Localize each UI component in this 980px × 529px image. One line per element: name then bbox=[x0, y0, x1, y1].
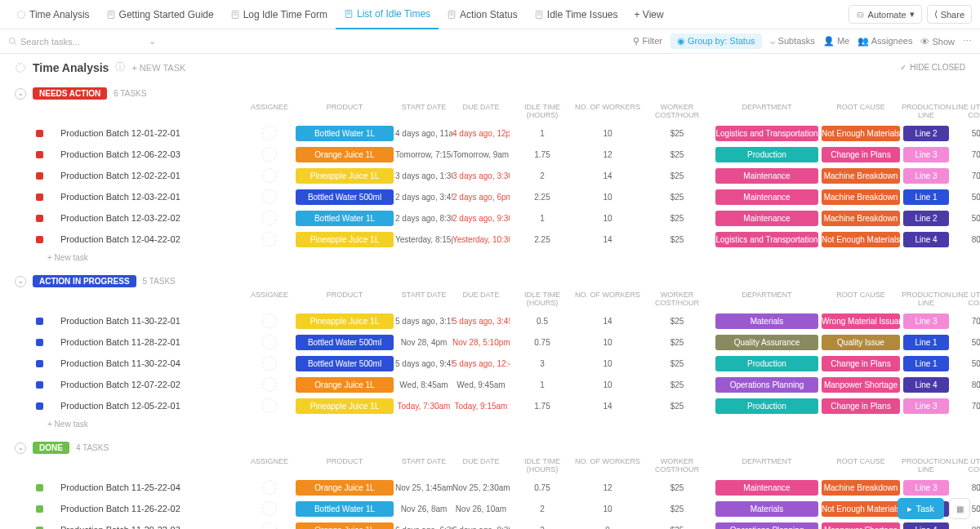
task-name[interactable]: Production Batch 11-25-22-04 bbox=[57, 482, 245, 492]
new-task-button[interactable]: + NEW TASK bbox=[131, 63, 185, 73]
department-pill[interactable]: Operations Planning bbox=[715, 522, 818, 530]
product-pill[interactable]: Pineapple Juice 1L bbox=[296, 168, 394, 184]
table-row[interactable]: Production Batch 12-04-22-02 Pineapple J… bbox=[0, 229, 980, 250]
table-row[interactable]: Production Batch 12-03-22-02 Bottled Wat… bbox=[0, 207, 980, 229]
root-cause-pill[interactable]: Not Enough Materials bbox=[822, 126, 900, 141]
task-name[interactable]: Production Batch 11-30-22-01 bbox=[57, 316, 245, 326]
task-name[interactable]: Production Batch 12-01-22-01 bbox=[57, 128, 245, 138]
col-0[interactable] bbox=[57, 457, 245, 473]
department-pill[interactable]: Quality Assurance bbox=[715, 335, 818, 350]
task-name[interactable]: Production Batch 11-28-22-01 bbox=[57, 337, 245, 347]
table-row[interactable]: Production Batch 11-29-22-03 Orange Juic… bbox=[0, 519, 980, 529]
tab-3[interactable]: Action Status bbox=[439, 0, 526, 29]
col-0[interactable] bbox=[57, 103, 245, 119]
status-pill[interactable]: DONE bbox=[33, 442, 69, 454]
col-1[interactable]: ASSIGNEE bbox=[245, 291, 294, 307]
root-cause-pill[interactable]: Wrong Material Issuance bbox=[822, 313, 900, 329]
assignee-empty[interactable] bbox=[262, 335, 277, 349]
product-pill[interactable]: Pineapple Juice 1L bbox=[296, 313, 394, 329]
product-pill[interactable]: Bottled Water 1L bbox=[296, 501, 394, 517]
more-icon[interactable]: ⋯ bbox=[963, 36, 972, 47]
due-date[interactable]: 2 days ago, 6pm bbox=[452, 193, 510, 202]
department-pill[interactable]: Maintenance bbox=[715, 189, 818, 205]
col-1[interactable]: ASSIGNEE bbox=[245, 103, 294, 119]
col-5[interactable]: IDLE TIME (HOURS) bbox=[510, 457, 575, 473]
line-pill[interactable]: Line 3 bbox=[903, 147, 949, 162]
new-task-inline[interactable]: + New task bbox=[0, 416, 980, 429]
product-pill[interactable]: Bottled Water 1L bbox=[296, 211, 394, 226]
due-date[interactable]: Nov 26, 10am bbox=[452, 505, 510, 513]
root-cause-pill[interactable]: Machine Breakdown bbox=[822, 189, 900, 205]
col-9[interactable]: ROOT CAUSE bbox=[820, 457, 902, 473]
product-pill[interactable]: Pineapple Juice 1L bbox=[296, 232, 394, 247]
task-name[interactable]: Production Batch 11-29-22-03 bbox=[57, 525, 245, 529]
start-date[interactable]: Nov 25, 1:45am bbox=[395, 483, 452, 492]
tab-0[interactable]: Getting Started Guide bbox=[98, 0, 222, 29]
assignee-empty[interactable] bbox=[262, 313, 277, 328]
assignee-empty[interactable] bbox=[262, 211, 277, 225]
col-10[interactable]: PRODUCTION LINE bbox=[902, 457, 951, 473]
table-row[interactable]: Production Batch 11-25-22-04 Orange Juic… bbox=[0, 477, 980, 498]
line-pill[interactable]: Line 2 bbox=[903, 211, 949, 226]
assignee-empty[interactable] bbox=[262, 501, 277, 516]
info-icon[interactable]: ⓘ bbox=[115, 60, 125, 74]
start-date[interactable]: Yesterday, 8:15pm bbox=[395, 235, 452, 244]
line-pill[interactable]: Line 3 bbox=[903, 480, 949, 496]
col-4[interactable]: DUE DATE bbox=[452, 291, 510, 307]
department-pill[interactable]: Production bbox=[715, 147, 818, 162]
table-row[interactable]: Production Batch 12-06-22-03 Orange Juic… bbox=[0, 144, 980, 165]
due-date[interactable]: 3 days ago, 3:30pm bbox=[452, 171, 510, 180]
product-pill[interactable]: Pineapple Juice 1L bbox=[296, 398, 394, 414]
col-8[interactable]: DEPARTMENT bbox=[714, 103, 820, 119]
root-cause-pill[interactable]: Machine Breakdown bbox=[822, 211, 900, 226]
department-pill[interactable]: Materials bbox=[715, 313, 818, 329]
start-date[interactable]: Nov 26, 8am bbox=[395, 505, 452, 513]
collapse-icon[interactable]: ⌄ bbox=[15, 276, 26, 287]
department-pill[interactable]: Production bbox=[715, 398, 818, 414]
due-date[interactable]: Nov 25, 2:30am bbox=[452, 483, 510, 492]
table-row[interactable]: Production Batch 11-30-22-01 Pineapple J… bbox=[0, 310, 980, 331]
col-9[interactable]: ROOT CAUSE bbox=[820, 291, 902, 307]
table-row[interactable]: Production Batch 12-05-22-01 Pineapple J… bbox=[0, 395, 980, 416]
task-name[interactable]: Production Batch 12-05-22-01 bbox=[57, 401, 245, 411]
tab-4[interactable]: Idle Time Issues bbox=[526, 0, 626, 29]
assignee-empty[interactable] bbox=[262, 126, 277, 140]
department-pill[interactable]: Maintenance bbox=[715, 168, 818, 184]
task-name[interactable]: Production Batch 11-30-22-04 bbox=[57, 358, 245, 368]
col-1[interactable]: ASSIGNEE bbox=[245, 457, 294, 473]
assignees-button[interactable]: 👥 Assignees bbox=[858, 36, 912, 47]
line-pill[interactable]: Line 3 bbox=[903, 313, 949, 329]
start-date[interactable]: 3 days ago, 1:30pm bbox=[395, 171, 452, 180]
col-2[interactable]: PRODUCT bbox=[294, 291, 395, 307]
product-pill[interactable]: Orange Juice 1L bbox=[296, 147, 394, 162]
product-pill[interactable]: Bottled Water 500ml bbox=[296, 335, 394, 350]
assignee-empty[interactable] bbox=[262, 356, 277, 371]
line-pill[interactable]: Line 1 bbox=[903, 189, 949, 205]
col-0[interactable] bbox=[57, 291, 245, 307]
due-date[interactable]: 4 days ago, 12pm bbox=[452, 129, 510, 138]
col-8[interactable]: DEPARTMENT bbox=[714, 457, 820, 473]
new-task-inline[interactable]: + New task bbox=[0, 250, 980, 262]
col-8[interactable]: DEPARTMENT bbox=[714, 291, 820, 307]
department-pill[interactable]: Logistics and Transportation bbox=[715, 232, 818, 247]
line-pill[interactable]: Line 4 bbox=[903, 232, 949, 247]
start-date[interactable]: 4 days ago, 11am bbox=[395, 129, 452, 138]
line-pill[interactable]: Line 2 bbox=[903, 126, 949, 141]
due-date[interactable]: 5 days ago, 3:45pm bbox=[452, 317, 510, 326]
due-date[interactable]: Today, 9:15am bbox=[452, 402, 510, 411]
assignee-empty[interactable] bbox=[262, 232, 277, 247]
hide-closed-toggle[interactable]: ✓ HIDE CLOSED bbox=[900, 63, 965, 72]
task-name[interactable]: Production Batch 12-02-22-01 bbox=[57, 171, 245, 180]
product-pill[interactable]: Orange Juice 1L bbox=[296, 377, 394, 393]
col-3[interactable]: START DATE bbox=[395, 291, 452, 307]
department-pill[interactable]: Maintenance bbox=[715, 211, 818, 226]
due-date[interactable]: 5 days ago, 12:45pm bbox=[452, 359, 510, 368]
line-pill[interactable]: Line 3 bbox=[903, 168, 949, 184]
table-row[interactable]: Production Batch 12-01-22-01 Bottled Wat… bbox=[0, 122, 980, 144]
assignee-empty[interactable] bbox=[262, 189, 277, 204]
department-pill[interactable]: Operations Planning bbox=[715, 377, 818, 393]
root-cause-pill[interactable]: Change in Plans bbox=[822, 398, 900, 414]
task-name[interactable]: Production Batch 12-03-22-02 bbox=[57, 213, 245, 223]
task-name[interactable]: Production Batch 12-07-22-02 bbox=[57, 380, 245, 389]
table-row[interactable]: Production Batch 12-02-22-01 Pineapple J… bbox=[0, 165, 980, 186]
